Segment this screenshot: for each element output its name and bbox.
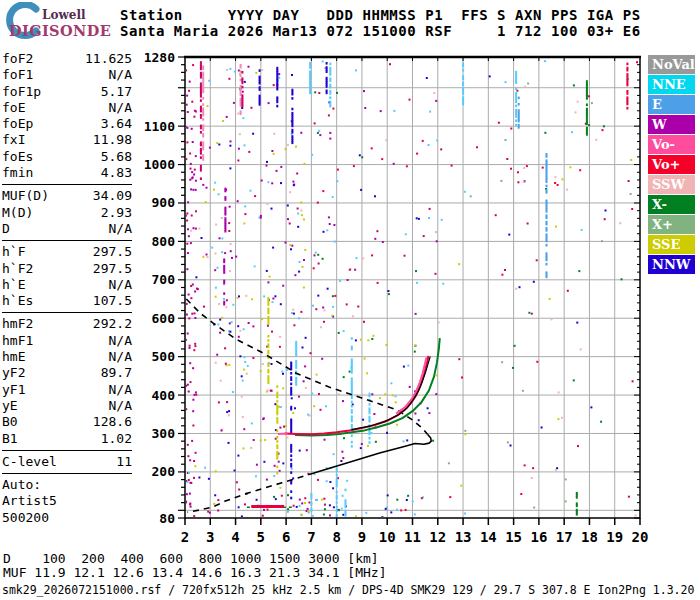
svg-text:18: 18 — [581, 529, 598, 545]
legend-item-x: X- — [648, 195, 695, 214]
legend-item-nne: NNE — [648, 75, 695, 94]
ionogram-plot: 2345678910111213141516171819201280110010… — [0, 0, 700, 600]
svg-text:2: 2 — [181, 529, 189, 545]
svg-text:3: 3 — [206, 529, 214, 545]
svg-text:200: 200 — [152, 464, 176, 479]
svg-text:6: 6 — [282, 529, 290, 545]
plot-axes: 2345678910111213141516171819201280110010… — [144, 50, 649, 546]
legend-item-vo: Vo+ — [648, 155, 695, 174]
trace-transmission-curve-lower-dashed — [188, 473, 314, 512]
svg-text:4: 4 — [231, 529, 239, 545]
svg-text:11: 11 — [404, 529, 421, 545]
svg-text:700: 700 — [152, 272, 176, 287]
scaled-traces — [186, 299, 439, 512]
svg-text:1000: 1000 — [144, 157, 175, 172]
svg-text:7: 7 — [307, 529, 315, 545]
svg-text:80: 80 — [159, 511, 175, 526]
digisonde-ionogram-app: Lowell DIGISONDE Station YYYY DAY DDD HH… — [0, 0, 700, 600]
svg-text:17: 17 — [556, 529, 573, 545]
svg-text:400: 400 — [152, 388, 176, 403]
svg-text:900: 900 — [152, 195, 176, 210]
svg-text:600: 600 — [152, 311, 176, 326]
trace-F2-trace-artist-black — [352, 357, 430, 430]
legend-item-ssw: SSW — [648, 175, 695, 194]
svg-text:1100: 1100 — [144, 119, 175, 134]
muf-row: MUF 11.9 12.1 12.6 13.4 14.6 16.3 21.3 3… — [3, 565, 387, 580]
echo-noise-dots — [185, 60, 638, 520]
legend-item-vo: Vo- — [648, 135, 695, 154]
svg-text:13: 13 — [455, 529, 472, 545]
svg-text:1280: 1280 — [144, 50, 175, 65]
legend-item-x: X+ — [648, 215, 695, 234]
svg-text:12: 12 — [429, 529, 446, 545]
svg-text:16: 16 — [530, 529, 547, 545]
svg-text:19: 19 — [606, 529, 623, 545]
gridlines — [185, 57, 640, 518]
svg-text:14: 14 — [480, 529, 497, 545]
legend-item-noval: NoVal — [648, 55, 695, 74]
svg-text:800: 800 — [152, 234, 176, 249]
svg-text:15: 15 — [505, 529, 522, 545]
trace-F2-trace-pink-edge — [396, 357, 426, 413]
file-info-row: smk29_2026072151000.rsf / 720fx512h 25 k… — [2, 583, 694, 597]
legend-item-e: E — [648, 95, 695, 114]
legend-item-nnw: NNW — [648, 255, 695, 274]
distance-row: D 100 200 400 600 800 1000 1500 3000 [km… — [3, 551, 379, 566]
trace-transmission-curve-nose-solid — [314, 435, 431, 474]
svg-text:8: 8 — [332, 529, 340, 545]
svg-text:5: 5 — [257, 529, 265, 545]
svg-text:300: 300 — [152, 426, 176, 441]
svg-text:500: 500 — [152, 349, 176, 364]
legend-item-w: W — [648, 115, 695, 134]
legend-item-sse: SSE — [648, 235, 695, 254]
svg-text:10: 10 — [379, 529, 396, 545]
svg-text:9: 9 — [358, 529, 366, 545]
direction-color-legend: NoValNNEEWVo-Vo+SSWX-X+SSENNW — [648, 55, 695, 275]
svg-text:20: 20 — [632, 529, 649, 545]
